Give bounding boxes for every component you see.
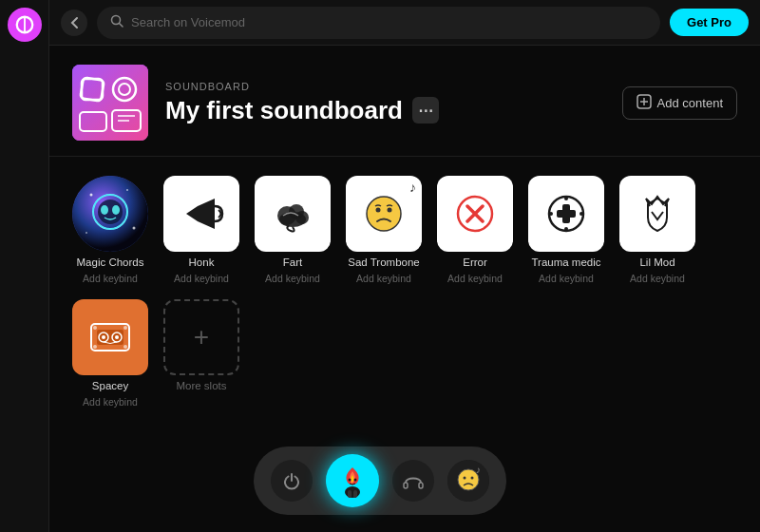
sound-item-sad-trombone[interactable]: ♪ Sad Trombone Add keybind <box>346 176 422 284</box>
svg-point-24 <box>126 189 128 191</box>
sidebar-logo[interactable] <box>8 8 42 42</box>
sidebar <box>0 0 49 532</box>
sound-name-magic-chords: Magic Chords <box>77 256 144 268</box>
svg-point-49 <box>115 335 119 339</box>
svg-point-63 <box>464 477 466 480</box>
sound-item-honk[interactable]: Honk Add keybind <box>163 176 239 284</box>
svg-rect-39 <box>557 210 576 218</box>
soundboard-category-label: SOUNDBOARD <box>165 81 605 92</box>
soundboard-header: SOUNDBOARD My first soundboard ⋯ Add con… <box>49 46 760 157</box>
svg-rect-60 <box>419 483 423 488</box>
add-content-icon <box>636 94 652 112</box>
trauma-medic-icon <box>528 176 604 252</box>
svg-point-42 <box>549 212 553 216</box>
sound-item-magic-chords[interactable]: Magic Chords Add keybind <box>72 176 148 284</box>
headphone-button[interactable] <box>392 460 434 502</box>
svg-point-56 <box>354 479 357 482</box>
svg-rect-45 <box>97 330 124 345</box>
sound-name-spacey: Spacey <box>92 380 128 391</box>
svg-line-3 <box>120 24 124 28</box>
search-placeholder-text: Search on Voicemod <box>131 15 245 29</box>
sad-trombone-button[interactable]: ♪ <box>447 460 489 502</box>
sound-item-error[interactable]: Error Add keybind <box>437 176 513 284</box>
soundboard-info: SOUNDBOARD My first soundboard ⋯ <box>165 81 605 125</box>
sound-keybind-fart[interactable]: Add keybind <box>265 273 320 284</box>
search-bar[interactable]: Search on Voicemod <box>97 7 660 39</box>
sound-name-honk: Honk <box>189 256 215 268</box>
svg-point-51 <box>124 326 127 330</box>
svg-rect-58 <box>353 490 357 498</box>
sound-name-sad-trombone: Sad Trombone <box>348 256 419 268</box>
sound-keybind-sad-trombone[interactable]: Add keybind <box>356 273 411 284</box>
svg-point-25 <box>133 227 136 230</box>
sound-keybind-error[interactable]: Add keybind <box>447 273 503 284</box>
svg-rect-57 <box>348 490 352 498</box>
plus-icon: + <box>194 322 209 352</box>
sound-item-lil-mod[interactable]: Lil Mod Add keybind <box>619 176 695 284</box>
more-options-button[interactable]: ⋯ <box>412 97 439 124</box>
sound-keybind-magic-chords[interactable]: Add keybind <box>83 273 138 284</box>
sound-keybind-spacey[interactable]: Add keybind <box>83 396 138 408</box>
more-slots-item[interactable]: + More slots <box>163 299 239 391</box>
svg-point-53 <box>124 345 127 349</box>
svg-point-50 <box>93 326 97 330</box>
sound-keybind-trauma-medic[interactable]: Add keybind <box>539 273 594 284</box>
svg-rect-5 <box>72 65 148 141</box>
svg-text:♪: ♪ <box>476 465 481 475</box>
svg-point-26 <box>86 232 87 234</box>
main-content: Search on Voicemod Get Pro <box>49 0 760 532</box>
sound-keybind-honk[interactable]: Add keybind <box>174 273 229 284</box>
magic-chords-icon <box>72 176 148 252</box>
svg-point-54 <box>345 486 360 498</box>
sound-name-trauma-medic: Trauma medic <box>531 256 600 268</box>
get-pro-button[interactable]: Get Pro <box>670 9 749 36</box>
bottom-bar: ♪ <box>254 446 506 515</box>
sound-keybind-lil-mod[interactable]: Add keybind <box>630 273 685 284</box>
sad-trombone-icon: ♪ <box>346 176 422 252</box>
svg-point-64 <box>471 477 474 480</box>
add-content-label: Add content <box>657 96 723 110</box>
back-button[interactable] <box>61 10 87 36</box>
honk-icon <box>163 176 239 252</box>
sound-name-error: Error <box>463 256 487 268</box>
error-icon <box>437 176 513 252</box>
svg-point-21 <box>112 205 120 215</box>
svg-point-33 <box>388 208 392 213</box>
more-slots-box[interactable]: + <box>163 299 239 375</box>
svg-point-23 <box>90 194 93 197</box>
sound-name-lil-mod: Lil Mod <box>639 256 674 268</box>
sound-item-spacey[interactable]: Spacey Add keybind <box>72 299 148 408</box>
svg-point-30 <box>279 212 306 227</box>
svg-point-52 <box>93 345 97 349</box>
search-icon <box>110 14 124 30</box>
power-button[interactable] <box>271 460 313 502</box>
svg-point-47 <box>102 335 105 339</box>
sound-item-fart[interactable]: Fart Add keybind <box>255 176 331 284</box>
spacey-icon <box>72 299 148 375</box>
fart-icon <box>255 176 331 252</box>
svg-point-32 <box>376 208 381 213</box>
sound-grid: Magic Chords Add keybind Honk Add keybin… <box>49 157 760 427</box>
topbar: Search on Voicemod Get Pro <box>49 0 760 46</box>
soundboard-thumbnail <box>72 65 148 141</box>
svg-rect-59 <box>404 483 408 488</box>
more-slots-label: More slots <box>176 380 226 391</box>
lil-mod-icon <box>619 176 695 252</box>
mascot-button[interactable] <box>326 454 379 507</box>
svg-point-41 <box>564 227 568 231</box>
add-content-button[interactable]: Add content <box>622 86 737 120</box>
svg-point-55 <box>349 479 352 482</box>
svg-point-40 <box>564 197 568 200</box>
svg-point-31 <box>367 197 401 231</box>
svg-point-20 <box>101 205 108 215</box>
soundboard-title: My first soundboard ⋯ <box>165 96 605 125</box>
note-badge-sad: ♪ <box>409 180 416 195</box>
svg-point-43 <box>580 212 583 216</box>
sound-item-trauma-medic[interactable]: Trauma medic Add keybind <box>528 176 604 284</box>
sound-name-fart: Fart <box>283 256 302 268</box>
